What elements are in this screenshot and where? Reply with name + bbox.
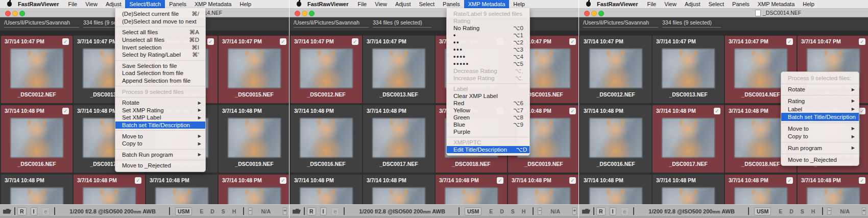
- menu-item-select-all-files[interactable]: Select all files⌘A: [115, 29, 205, 36]
- folder-path[interactable]: /Users/il/Pictures/Savannah: [4, 19, 79, 28]
- apple-menu-icon[interactable]: [586, 2, 591, 7]
- usm-toggle[interactable]: USM: [465, 207, 481, 215]
- close-button[interactable]: [295, 11, 300, 16]
- menubar-item-adjust[interactable]: Adjust: [681, 0, 705, 8]
- menu-item-batch-run-program[interactable]: Batch Run program▶: [115, 151, 205, 159]
- thumbnail-cell[interactable]: 3/7/14 10:47 PM✓_DSC0012.NEF: [1, 36, 73, 103]
- selected-checkbox-icon[interactable]: ✓: [62, 108, 69, 114]
- exif-toggle[interactable]: e: [331, 207, 340, 215]
- sharpen-toggle-s[interactable]: S: [511, 208, 515, 214]
- info-toggle[interactable]: I: [31, 207, 37, 215]
- zoom-button[interactable]: [309, 11, 315, 16]
- menubar-item-adjust[interactable]: Adjust: [102, 0, 126, 8]
- folder-path[interactable]: /Users/il/Pictures/Savannah: [583, 19, 658, 28]
- selected-checkbox-icon[interactable]: ✓: [207, 38, 214, 45]
- sharpen-toggle-s[interactable]: S: [222, 208, 225, 214]
- sharpen-toggle-d[interactable]: D: [789, 208, 793, 214]
- menu-item-red[interactable]: Red⌥6: [447, 100, 529, 107]
- selected-checkbox-icon[interactable]: ✓: [280, 38, 286, 45]
- zoom-button[interactable]: [598, 11, 604, 16]
- menubar-item-select[interactable]: Select: [704, 0, 728, 8]
- menu-item-copy-to[interactable]: Copy to▶: [781, 133, 859, 141]
- menubar-item-view[interactable]: View: [371, 0, 391, 8]
- menu-item-edit-title-description[interactable]: Edit Title/Description⌥D: [447, 146, 529, 153]
- menu-item-item[interactable]: •••••⌥5: [447, 60, 529, 67]
- sharpen-toggle-e[interactable]: E: [200, 208, 203, 214]
- menu-item-blue[interactable]: Blue⌥9: [447, 121, 529, 128]
- menubar-item-panels[interactable]: Panels: [165, 0, 190, 8]
- exposure-minus-button[interactable]: −: [538, 207, 542, 215]
- menu-item-green[interactable]: Green⌥8: [447, 114, 529, 121]
- menubar-item-file[interactable]: File: [64, 0, 82, 8]
- thumbnail-cell[interactable]: 3/7/14 10:48 PM_DSC0019.NEF: [219, 105, 289, 173]
- selected-checkbox-icon[interactable]: ✓: [497, 177, 503, 184]
- menu-item-item[interactable]: •⌥1: [447, 32, 529, 39]
- info-toggle[interactable]: I: [610, 207, 616, 215]
- thumbnail-cell[interactable]: 3/7/14 10:47 PM_DSC0013.NEF: [363, 36, 435, 103]
- menubar-item-help[interactable]: Help: [235, 0, 255, 8]
- menu-item-purple[interactable]: Purple: [447, 128, 529, 135]
- minimize-button[interactable]: [591, 11, 597, 16]
- selected-checkbox-icon[interactable]: ✓: [859, 38, 865, 45]
- menu-item-batch-set-title-description[interactable]: Batch set Title/Description: [781, 113, 859, 121]
- apple-menu-icon[interactable]: [297, 2, 301, 7]
- thumbnail-cell[interactable]: 3/7/14 10:48 PM_DSC0016.NEF: [291, 105, 362, 173]
- selected-checkbox-icon[interactable]: ✓: [62, 38, 69, 45]
- minimize-button[interactable]: [302, 11, 307, 16]
- menubar-item-file[interactable]: File: [354, 0, 371, 8]
- menu-item-rotate[interactable]: Rotate▶: [781, 86, 859, 94]
- menu-item-copy-to[interactable]: Copy to▶: [115, 140, 205, 148]
- menubar-item-panels[interactable]: Panels: [728, 0, 754, 8]
- menubar-item-xmp-metadata[interactable]: XMP Metadata: [754, 0, 799, 8]
- menu-item-set-xmp-label[interactable]: Set XMP Label▶: [115, 114, 205, 122]
- open-folder-icon[interactable]: [293, 209, 301, 214]
- thumbnail-cell[interactable]: 3/7/14 10:47 PM✓_DSC0015.NEF: [219, 36, 289, 103]
- selected-checkbox-icon[interactable]: ✓: [352, 38, 358, 45]
- menu-item-append-selection-from-file[interactable]: Append Selection from file: [115, 77, 205, 85]
- selected-checkbox-icon[interactable]: ✓: [280, 177, 286, 184]
- exposure-minus-button[interactable]: −: [827, 207, 831, 215]
- menu-item-de-select-and-move-to-next[interactable]: (De)Select and move to next⌘.: [115, 18, 205, 26]
- thumbnail-cell[interactable]: 3/7/14 10:47 PM_DSC0012.NEF: [580, 36, 652, 103]
- menubar-item-view[interactable]: View: [660, 0, 681, 8]
- usm-toggle[interactable]: USM: [175, 207, 192, 215]
- menubar-item-xmp-metadata[interactable]: XMP Metadata: [190, 0, 236, 8]
- menubar-item-adjust[interactable]: Adjust: [391, 0, 415, 8]
- folder-path[interactable]: /Users/il/Pictures/Savannah: [294, 19, 369, 28]
- info-toggle[interactable]: I: [320, 207, 327, 215]
- thumbnail-cell[interactable]: 3/7/14 10:48 PM_DSC0016.NEF: [580, 105, 652, 173]
- menubar-item-select-batch[interactable]: Select/Batch: [125, 0, 165, 8]
- exposure-minus-button[interactable]: −: [248, 207, 252, 215]
- sharpen-toggle-h[interactable]: H: [232, 208, 236, 214]
- menu-item-save-selection-to-file[interactable]: Save Selection to file: [115, 62, 205, 70]
- thumbnail-cell[interactable]: 3/7/14 10:48 PM_DSC0017.NEF: [363, 105, 435, 173]
- menu-item-load-selection-from-file[interactable]: Load Selection from file: [115, 69, 205, 77]
- menu-item-item[interactable]: •••⌥3: [447, 46, 529, 53]
- menubar-app-name[interactable]: FastRawViewer: [304, 0, 354, 8]
- menu-item-rotate[interactable]: Rotate▶: [115, 99, 205, 107]
- selected-checkbox-icon[interactable]: ✓: [569, 108, 576, 114]
- raw-toggle[interactable]: R: [596, 207, 606, 215]
- menubar-item-help[interactable]: Help: [509, 0, 529, 8]
- thumbnail-cell[interactable]: 3/7/14 10:48 PM✓_DSC0017.NEF: [653, 105, 724, 173]
- sharpen-toggle-e[interactable]: E: [489, 208, 493, 214]
- selected-checkbox-icon[interactable]: ✓: [569, 177, 576, 184]
- exif-toggle[interactable]: e: [621, 207, 629, 215]
- menubar-item-view[interactable]: View: [81, 0, 102, 8]
- menu-item-clear-xmp-label[interactable]: Clear XMP Label: [447, 92, 529, 100]
- menu-item-label[interactable]: Label▶: [781, 105, 859, 113]
- menu-item-move-to[interactable]: Move to▶: [781, 125, 859, 133]
- close-button[interactable]: [584, 11, 590, 16]
- menubar-item-panels[interactable]: Panels: [439, 0, 464, 8]
- menu-item-yellow[interactable]: Yellow⌥7: [447, 107, 529, 114]
- menu-item-move-to[interactable]: Move to▶: [115, 132, 205, 140]
- menu-item-rating[interactable]: Rating▶: [781, 97, 859, 105]
- selected-checkbox-icon[interactable]: ✓: [786, 177, 793, 184]
- menu-item-no-rating[interactable]: No Rating⌥0: [447, 25, 529, 32]
- menu-item-run-program[interactable]: Run program▶: [781, 144, 859, 152]
- menubar-item-xmp-metadata[interactable]: XMP Metadata: [464, 0, 510, 8]
- selected-checkbox-icon[interactable]: ✓: [859, 177, 865, 184]
- close-button[interactable]: [5, 11, 11, 16]
- open-folder-icon[interactable]: [582, 209, 590, 214]
- zoom-button[interactable]: [19, 11, 25, 16]
